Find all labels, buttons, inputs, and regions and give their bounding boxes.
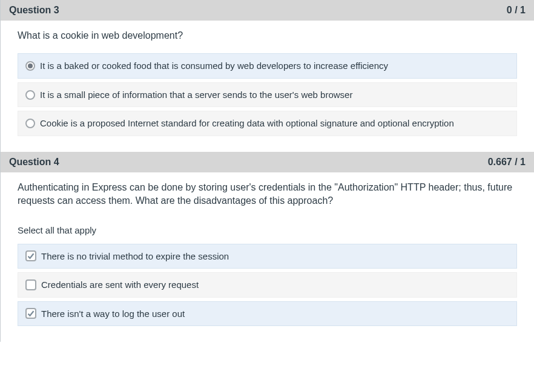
option-label: It is a baked or cooked food that is con…	[40, 60, 509, 72]
radio-icon	[25, 61, 35, 71]
option-row[interactable]: There is no trivial method to expire the…	[18, 244, 517, 269]
checkbox-icon	[25, 279, 36, 290]
option-label: Cookie is a proposed Internet standard f…	[40, 117, 509, 129]
question-3: Question 3 0 / 1 What is a cookie in web…	[1, 0, 534, 152]
option-row[interactable]: It is a small piece of information that …	[18, 82, 517, 108]
radio-icon	[25, 119, 35, 128]
question-score: 0.667 / 1	[488, 157, 526, 168]
option-row[interactable]: It is a baked or cooked food that is con…	[18, 53, 517, 79]
question-label: Question 3	[9, 5, 59, 16]
option-row[interactable]: Credentials are sent with every request	[18, 272, 517, 298]
radio-icon	[25, 90, 35, 100]
question-header: Question 4 0.667 / 1	[1, 152, 534, 172]
question-header: Question 3 0 / 1	[1, 0, 534, 21]
question-score: 0 / 1	[507, 5, 526, 16]
quiz-container: Question 3 0 / 1 What is a cookie in web…	[0, 0, 534, 342]
question-label: Question 4	[9, 157, 59, 168]
question-prompt: Authenticating in Express can be done by…	[18, 181, 517, 208]
option-label: There is no trivial method to expire the…	[41, 250, 509, 263]
question-prompt: What is a cookie in web development?	[18, 29, 517, 42]
question-body: What is a cookie in web development? It …	[1, 21, 534, 152]
option-label: There isn't a way to log the user out	[41, 308, 509, 320]
option-row[interactable]: There isn't a way to log the user out	[18, 301, 517, 327]
option-label: Credentials are sent with every request	[41, 279, 509, 291]
question-body: Authenticating in Express can be done by…	[1, 172, 534, 342]
option-row[interactable]: Cookie is a proposed Internet standard f…	[18, 111, 517, 136]
checkbox-icon	[25, 308, 36, 319]
question-instruction: Select all that apply	[18, 225, 517, 235]
option-label: It is a small piece of information that …	[40, 89, 509, 101]
checkbox-icon	[25, 250, 36, 261]
question-4: Question 4 0.667 / 1 Authenticating in E…	[1, 152, 534, 342]
